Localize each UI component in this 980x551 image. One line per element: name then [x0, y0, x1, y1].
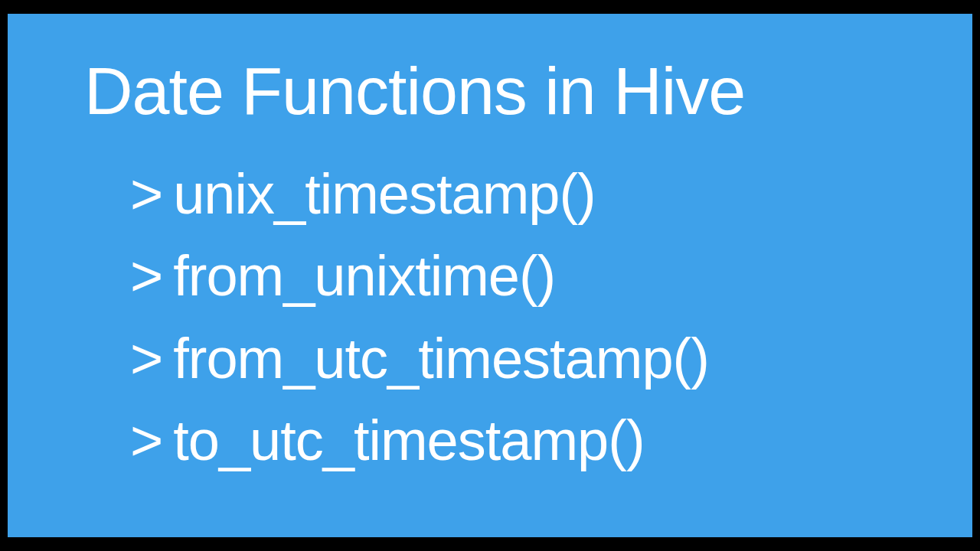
list-item: >unix_timestamp() [130, 153, 919, 235]
bullet-text: unix_timestamp() [173, 162, 596, 226]
list-item: >from_utc_timestamp() [130, 318, 919, 399]
slide-title: Date Functions in Hive [84, 52, 919, 130]
bullet-text: to_utc_timestamp() [173, 409, 644, 472]
bullet-marker: > [130, 153, 162, 235]
list-item: >to_utc_timestamp() [130, 399, 919, 481]
bullet-marker: > [130, 318, 162, 399]
bullet-text: from_utc_timestamp() [173, 327, 709, 390]
list-item: >from_unixtime() [130, 235, 919, 317]
bullet-list: >unix_timestamp() >from_unixtime() >from… [84, 153, 919, 481]
bullet-marker: > [130, 399, 162, 481]
slide: Date Functions in Hive >unix_timestamp()… [8, 14, 972, 537]
bullet-marker: > [130, 235, 162, 317]
bullet-text: from_unixtime() [173, 244, 555, 308]
